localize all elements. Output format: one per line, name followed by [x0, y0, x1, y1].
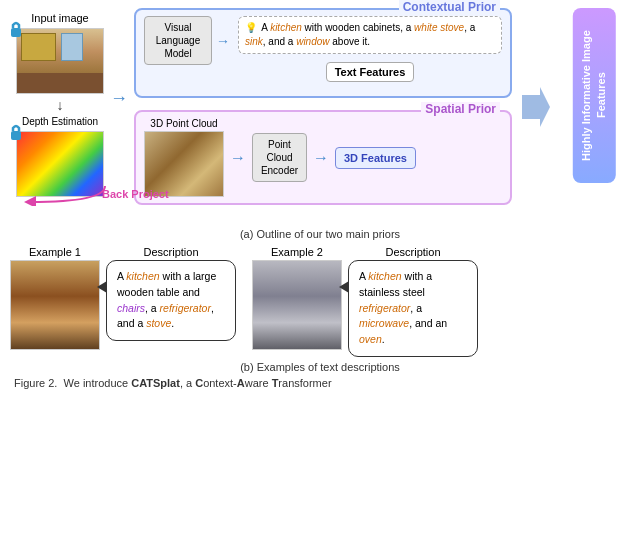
desc2-label: Description: [385, 246, 440, 258]
contextual-prior-box: Contextual Prior Visual Language Model →…: [134, 8, 512, 98]
svg-rect-0: [11, 28, 21, 37]
contextual-prior-title: Contextual Prior: [399, 0, 500, 14]
example2-pair: Example 2 Description A kitchen with a s…: [252, 246, 478, 357]
middle-section: Contextual Prior Visual Language Model →…: [134, 8, 512, 205]
svg-marker-2: [522, 87, 550, 127]
pce-box: Point Cloud Encoder: [252, 133, 307, 182]
main-container: Input image ↓: [0, 0, 640, 554]
bottom-section: Example 1 Description A kitchen with a l…: [10, 246, 630, 357]
example2-label: Example 2: [271, 246, 323, 258]
example1-pair: Example 1 Description A kitchen with a l…: [10, 246, 236, 350]
top-diagram: Input image ↓: [10, 8, 630, 208]
vlm-label: Visual Language Model: [156, 22, 201, 59]
arrow-pce: →: [313, 149, 329, 167]
back-project: Back Project: [20, 182, 640, 206]
desc1-bubble: A kitchen with a large wooden table and …: [106, 260, 236, 341]
svg-rect-1: [11, 131, 21, 140]
highly-informative-box: Highly Informative Image Features: [573, 8, 616, 183]
example1-image: [10, 260, 100, 350]
arrow-pc: →: [230, 149, 246, 167]
back-project-label: Back Project: [102, 188, 169, 200]
arrow-left-to-middle: →: [110, 88, 128, 109]
example2-image: [252, 260, 342, 350]
text-bubble: A kitchen with wooden cabinets, a white …: [238, 16, 502, 54]
context-row: Visual Language Model → A kitchen with w…: [144, 16, 502, 82]
big-arrow-to-right: [522, 87, 550, 130]
right-column: Highly Informative Image Features: [558, 8, 630, 183]
caption-a: (a) Outline of our two main priors: [10, 228, 630, 240]
example1-col: Example 1: [10, 246, 100, 350]
highly-informative-label: Highly Informative Image Features: [579, 14, 610, 177]
point-cloud-label: 3D Point Cloud: [150, 118, 217, 129]
desc2-bubble: A kitchen with a stainless steel refrige…: [348, 260, 478, 357]
lock-icon-top: [8, 20, 24, 38]
text-features-label: Text Features: [335, 66, 406, 78]
back-project-arrow: [20, 182, 110, 206]
example2-col: Example 2: [252, 246, 342, 350]
lock-icon-depth: [8, 123, 24, 141]
desc1-label: Description: [143, 246, 198, 258]
desc1-col: Description A kitchen with a large woode…: [106, 246, 236, 341]
arrow-vlm: →: [216, 33, 230, 49]
caption-b: (b) Examples of text descriptions: [10, 361, 630, 373]
spatial-prior-title: Spatial Prior: [421, 102, 500, 116]
features-3d-label: 3D Features: [344, 152, 407, 164]
left-column: Input image ↓: [10, 12, 110, 197]
input-label: Input image: [31, 12, 88, 24]
example1-label: Example 1: [29, 246, 81, 258]
desc2-col: Description A kitchen with a stainless s…: [348, 246, 478, 357]
vlm-box: Visual Language Model: [144, 16, 212, 65]
down-arrow-1: ↓: [57, 98, 64, 112]
pce-label: Point Cloud Encoder: [261, 139, 298, 176]
features-3d-box: 3D Features: [335, 147, 416, 169]
depth-label: Depth Estimation: [22, 116, 98, 127]
double-arrow-right: [522, 87, 550, 127]
figure-caption: Figure 2. We introduce CATSplat, a Conte…: [10, 376, 630, 391]
text-features-box: Text Features: [326, 62, 415, 82]
input-kitchen-image: [16, 28, 104, 94]
figure-label: Figure 2. We introduce CATSplat, a Conte…: [14, 377, 332, 389]
